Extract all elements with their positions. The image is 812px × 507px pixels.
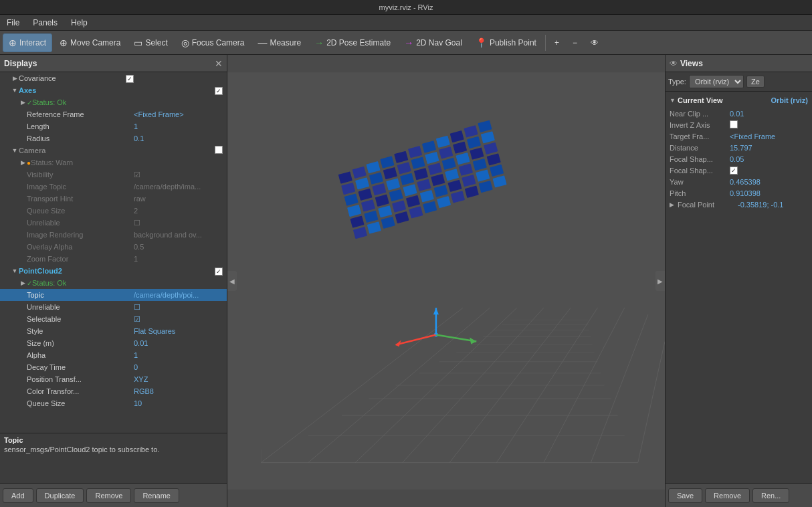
pc2-topic-row[interactable]: Topic /camera/depth/poi... [0, 289, 227, 301]
publish-point-button[interactable]: 📍 Publish Point [470, 33, 542, 52]
views-save-button[interactable]: Save [668, 488, 702, 503]
camera-checkbox[interactable] [215, 146, 223, 154]
cv-invert-z-value[interactable] [730, 120, 808, 130]
views-zoom-button[interactable]: Ze [746, 76, 765, 88]
views-remove-button[interactable]: Remove [705, 488, 750, 503]
views-rename-button[interactable]: Ren... [752, 488, 789, 503]
rename-button[interactable]: Rename [134, 488, 179, 503]
cv-pitch-label: Pitch [670, 189, 730, 197]
3d-canvas[interactable] [227, 55, 665, 507]
cv-focal-shap2-check[interactable] [730, 167, 738, 175]
move-camera-button[interactable]: ⊕ Move Camera [54, 33, 126, 52]
views-toolbar: Type: Orbit (rviz) Ze [666, 72, 812, 92]
camera-image-rendering-value[interactable]: background and ov... [134, 231, 227, 239]
pc2-style-value[interactable]: Flat Squares [134, 327, 227, 335]
pc2-selectable-value[interactable]: ☑ [134, 315, 227, 324]
2d-nav-button[interactable]: → 2D Nav Goal [398, 33, 468, 52]
displays-content[interactable]: ▶ Covariance ▼ Axes ▶ ✓ Status: Ok Refer… [0, 72, 227, 433]
current-view-title: Current View [678, 96, 723, 104]
publish-point-icon: 📍 [476, 37, 487, 48]
cv-focal-point-value[interactable]: -0.35819; -0.1 [738, 201, 808, 209]
2d-nav-label: 2D Nav Goal [416, 38, 462, 47]
axes-refframe-row: Reference Frame <Fixed Frame> [0, 108, 227, 120]
views-type-select[interactable]: Orbit (rviz) [689, 75, 744, 88]
cv-distance-label: Distance [670, 144, 730, 152]
camera-check[interactable] [215, 146, 224, 155]
add-button[interactable]: Add [3, 488, 33, 503]
pointcloud2-check[interactable] [215, 267, 224, 276]
camera-image-topic-value[interactable]: /camera/depth/ima... [134, 183, 227, 191]
menu-panels[interactable]: Panels [30, 17, 60, 29]
cv-near-clip-label: Near Clip ... [670, 110, 730, 118]
pointcloud2-row[interactable]: ▼ PointCloud2 [0, 265, 227, 277]
menu-file[interactable]: File [4, 17, 22, 29]
axes-checkbox[interactable] [215, 87, 223, 95]
pc2-queue-size-label: Queue Size [27, 399, 134, 407]
toolbar-minus-button[interactable]: − [567, 33, 583, 52]
cv-near-clip-value[interactable]: 0.01 [730, 110, 808, 118]
interact-button[interactable]: ⊕ Interact [3, 33, 52, 52]
pc2-size-value[interactable]: 0.01 [134, 339, 227, 347]
duplicate-button[interactable]: Duplicate [36, 488, 84, 503]
pc2-decay-time-value[interactable]: 0 [134, 363, 227, 371]
axes-radius-value[interactable]: 0.1 [134, 134, 227, 142]
axes-length-value[interactable]: 1 [134, 122, 227, 130]
focus-camera-button[interactable]: ◎ Focus Camera [175, 33, 251, 52]
3d-viewport[interactable]: ◀ ▶ [227, 55, 665, 507]
pc2-status-icon: ✓ [27, 280, 32, 287]
pc2-position-transf-value[interactable]: XYZ [134, 375, 227, 383]
camera-queue-size-value[interactable]: 2 [134, 207, 227, 215]
2d-pose-button[interactable]: → 2D Pose Estimate [308, 33, 397, 52]
camera-row[interactable]: ▼ Camera [0, 144, 227, 157]
camera-zoom-factor-value[interactable]: 1 [134, 255, 227, 263]
covariance-check[interactable] [126, 74, 135, 83]
camera-image-topic-label: Image Topic [27, 183, 134, 191]
cv-yaw-value[interactable]: 0.465398 [730, 178, 808, 186]
axes-check[interactable] [215, 86, 224, 95]
cv-focal-shap1-value[interactable]: 0.05 [730, 155, 808, 163]
displays-close-button[interactable]: ✕ [215, 59, 223, 68]
pc2-decay-time-label: Decay Time [27, 363, 134, 371]
collapse-right-arrow[interactable]: ▶ [655, 271, 665, 291]
axes-status-arrow: ▶ [19, 99, 27, 106]
toolbar-eye-button[interactable]: 👁 [585, 33, 605, 52]
pc2-topic-value[interactable]: /camera/depth/poi... [134, 291, 227, 299]
remove-button[interactable]: Remove [86, 488, 131, 503]
covariance-checkbox[interactable] [126, 75, 134, 83]
menubar: File Panels Help [0, 15, 812, 31]
camera-overlay-alpha-label: Overlay Alpha [27, 243, 134, 251]
axes-row[interactable]: ▼ Axes [0, 84, 227, 96]
pc2-size-label: Size (m) [27, 339, 134, 347]
pc2-unreliable-value[interactable]: ☐ [134, 303, 227, 312]
select-button[interactable]: ▭ Select [128, 33, 173, 52]
camera-overlay-alpha-value[interactable]: 0.5 [134, 243, 227, 251]
pc2-alpha-value[interactable]: 1 [134, 351, 227, 359]
measure-button[interactable]: — Measure [251, 33, 307, 52]
camera-unreliable-value[interactable]: ☐ [134, 219, 227, 227]
title-text: myviz.rviz - RViz [379, 3, 433, 11]
cv-focal-shap2-value[interactable] [730, 166, 808, 175]
pointcloud2-checkbox[interactable] [215, 268, 223, 276]
pc2-color-transf-value[interactable]: RGB8 [134, 387, 227, 395]
camera-transport-hint-value[interactable]: raw [134, 195, 227, 203]
camera-image-rendering-label: Image Rendering [27, 231, 134, 239]
axes-refframe-value[interactable]: <Fixed Frame> [134, 110, 227, 118]
move-camera-label: Move Camera [70, 38, 120, 47]
covariance-row[interactable]: ▶ Covariance [0, 72, 227, 84]
collapse-left-arrow[interactable]: ◀ [227, 271, 237, 291]
menu-help[interactable]: Help [68, 17, 90, 29]
pc2-status-row: ▶ ✓ Status: Ok [0, 277, 227, 289]
measure-label: Measure [270, 38, 301, 47]
cv-focal-shap2-label: Focal Shap... [670, 167, 730, 175]
cv-focal-shap1-row: Focal Shap... 0.05 [670, 153, 808, 165]
cv-pitch-value[interactable]: 0.910398 [730, 189, 808, 197]
camera-zoom-factor-row: Zoom Factor 1 [0, 253, 227, 265]
cv-distance-value[interactable]: 15.797 [730, 144, 808, 152]
camera-visibility-value[interactable]: ☑ [134, 171, 227, 179]
publish-point-label: Publish Point [490, 38, 536, 47]
cv-invert-z-check[interactable] [730, 120, 738, 128]
pc2-queue-size-value[interactable]: 10 [134, 399, 227, 407]
cv-target-frame-value[interactable]: <Fixed Frame [730, 132, 808, 140]
toolbar-plus-button[interactable]: + [548, 33, 565, 52]
camera-visibility-label: Visibility [27, 171, 134, 179]
